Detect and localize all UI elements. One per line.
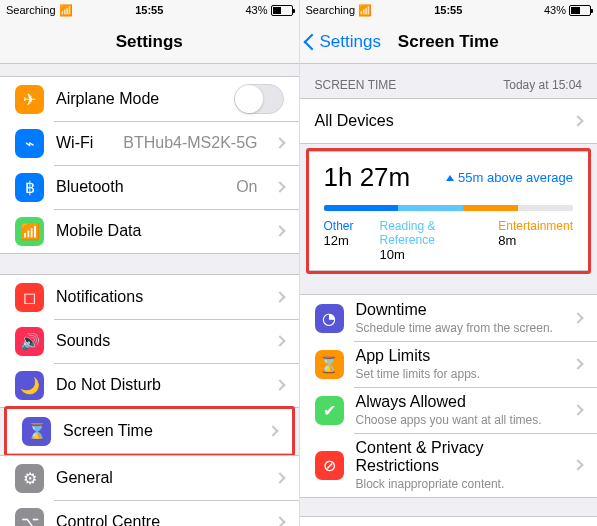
cellular-icon: 📶 <box>15 217 44 246</box>
carrier-text: Searching <box>6 4 56 16</box>
row-notifications[interactable]: ◻ Notifications <box>0 275 299 319</box>
row-wifi[interactable]: ⌁ Wi-Fi BTHub4-MS2K-5G <box>0 121 299 165</box>
airplane-switch[interactable] <box>234 84 284 114</box>
chevron-right-icon <box>572 115 583 126</box>
usage-summary-card[interactable]: 1h 27m 55m above average Other 12m <box>309 151 589 271</box>
row-all-devices[interactable]: All Devices <box>300 99 598 143</box>
back-button[interactable]: Settings <box>300 32 381 52</box>
usage-categories: Other 12m Reading & Reference 10m Entert… <box>324 219 574 262</box>
wifi-icon: 📶 <box>358 4 372 17</box>
row-downtime[interactable]: ◔ Downtime Schedule time away from the s… <box>300 295 598 341</box>
notifications-icon: ◻ <box>15 283 44 312</box>
wifi-detail: BTHub4-MS2K-5G <box>123 134 257 152</box>
chevron-right-icon <box>274 137 285 148</box>
nav-bar: Settings Screen Time <box>300 20 598 64</box>
restrict-icon: ⊘ <box>315 451 344 480</box>
chevron-right-icon <box>274 181 285 192</box>
chevron-right-icon <box>274 291 285 302</box>
section-header: SCREEN TIME Today at 15:04 <box>300 64 598 98</box>
chevron-right-icon <box>274 225 285 236</box>
row-always-allowed[interactable]: ✔ Always Allowed Choose apps you want at… <box>300 387 598 433</box>
chevron-right-icon <box>274 516 285 526</box>
gear-icon: ⚙ <box>15 464 44 493</box>
group-notifications: ◻ Notifications 🔊 Sounds 🌙 Do Not Distur… <box>0 274 299 408</box>
screen-time-screen: Searching📶 15:55 43% Settings Screen Tim… <box>299 0 598 526</box>
row-use-passcode[interactable]: Use Screen Time Passcode <box>300 516 598 526</box>
chevron-right-icon <box>274 472 285 483</box>
airplane-icon: ✈ <box>15 85 44 114</box>
chevron-right-icon <box>572 459 583 470</box>
group-screentime-options: ◔ Downtime Schedule time away from the s… <box>300 294 598 498</box>
clock: 15:55 <box>401 4 496 16</box>
check-icon: ✔ <box>315 396 344 425</box>
status-bar: Searching📶 15:55 43% <box>300 0 598 20</box>
row-screen-time[interactable]: ⌛ Screen Time <box>7 409 292 453</box>
up-arrow-icon <box>446 175 454 181</box>
chevron-right-icon <box>267 425 278 436</box>
row-bluetooth[interactable]: ฿ Bluetooth On <box>0 165 299 209</box>
row-control-centre[interactable]: ⌥ Control Centre <box>0 500 299 526</box>
status-bar: Searching📶 15:55 43% <box>0 0 299 20</box>
hourglass-icon: ⌛ <box>315 350 344 379</box>
toggles-icon: ⌥ <box>15 508 44 527</box>
bluetooth-icon: ฿ <box>15 173 44 202</box>
total-time: 1h 27m <box>324 162 411 192</box>
chevron-right-icon <box>572 312 583 323</box>
chevron-right-icon <box>572 358 583 369</box>
group-connectivity: ✈ Airplane Mode ⌁ Wi-Fi BTHub4-MS2K-5G ฿… <box>0 76 299 254</box>
sounds-icon: 🔊 <box>15 327 44 356</box>
moon-icon: 🌙 <box>15 371 44 400</box>
usage-bar <box>324 205 574 211</box>
row-sounds[interactable]: 🔊 Sounds <box>0 319 299 363</box>
battery-icon <box>271 5 293 16</box>
wifi-icon: 📶 <box>59 4 73 17</box>
downtime-icon: ◔ <box>315 304 344 333</box>
row-mobile-data[interactable]: 📶 Mobile Data <box>0 209 299 253</box>
battery-icon <box>569 5 591 16</box>
chevron-left-icon <box>303 33 320 50</box>
group-general: ⚙ General ⌥ Control Centre AA Display & … <box>0 455 299 526</box>
above-average-indicator: 55m above average <box>446 170 573 185</box>
chevron-right-icon <box>572 404 583 415</box>
highlight-usage-card: 1h 27m 55m above average Other 12m <box>306 148 592 274</box>
page-title: Settings <box>0 32 299 52</box>
highlight-screen-time: ⌛ Screen Time <box>4 406 295 457</box>
settings-screen: Searching📶 15:55 43% Settings ✈ Airplane… <box>0 0 299 526</box>
row-app-limits[interactable]: ⌛ App Limits Set time limits for apps. <box>300 341 598 387</box>
wifi-icon: ⌁ <box>15 129 44 158</box>
hourglass-icon: ⌛ <box>22 417 51 446</box>
row-content-privacy[interactable]: ⊘ Content & Privacy Restrictions Block i… <box>300 433 598 497</box>
chevron-right-icon <box>274 335 285 346</box>
row-general[interactable]: ⚙ General <box>0 456 299 500</box>
nav-bar: Settings <box>0 20 299 64</box>
updated-time: Today at 15:04 <box>503 78 582 92</box>
row-airplane-mode[interactable]: ✈ Airplane Mode <box>0 77 299 121</box>
battery-pct: 43% <box>245 4 267 16</box>
clock: 15:55 <box>102 4 198 16</box>
chevron-right-icon <box>274 379 285 390</box>
row-do-not-disturb[interactable]: 🌙 Do Not Disturb <box>0 363 299 407</box>
